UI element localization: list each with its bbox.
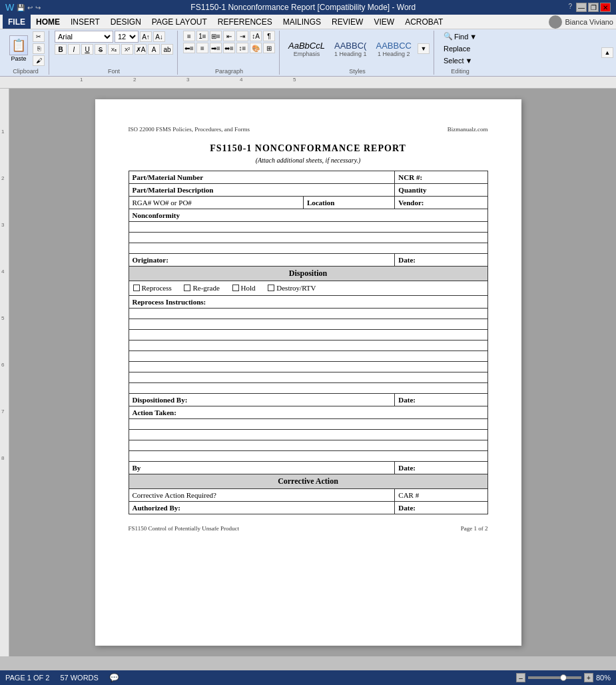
paragraph-label: Paragraph: [215, 68, 243, 75]
menu-references[interactable]: REFERENCES: [212, 15, 278, 29]
document-area[interactable]: 1 2 3 4 5 6 7 8 ISO 22000 FSMS Policies,…: [0, 89, 616, 656]
restore-button[interactable]: ❐: [588, 3, 599, 12]
rga-label: RGA# WO# or PO#: [129, 197, 303, 209]
destroy-checkbox[interactable]: [268, 285, 274, 291]
reprocess-label: Reprocess: [142, 284, 172, 292]
destroy-label: Destroy/RTV: [276, 284, 316, 292]
editing-label: Editing: [451, 68, 469, 75]
highlight-button[interactable]: ab: [161, 44, 173, 55]
minimize-button[interactable]: —: [576, 3, 587, 12]
file-menu[interactable]: FILE: [3, 15, 31, 29]
menu-home[interactable]: HOME: [31, 15, 65, 29]
align-center-button[interactable]: ≡: [196, 43, 208, 53]
bold-button[interactable]: B: [55, 44, 67, 55]
style-heading2[interactable]: AABBCC 1 Heading 2: [372, 39, 414, 59]
shading-button[interactable]: 🎨: [250, 43, 262, 53]
font-size-select[interactable]: 12: [115, 31, 139, 43]
style-heading1[interactable]: AABBC( 1 Heading 1: [331, 39, 370, 59]
user-avatar: [549, 15, 562, 29]
dispositioned-by-label: Dispositioned By:: [129, 394, 395, 406]
numbering-button[interactable]: 1≡: [196, 31, 208, 41]
line-spacing-button[interactable]: ↕≡: [236, 43, 248, 53]
underline-button[interactable]: U: [81, 44, 93, 55]
ribbon-collapse-button[interactable]: ▲: [601, 47, 613, 58]
styles-more-button[interactable]: ▼: [418, 43, 430, 54]
regrade-checkbox-item: Re-grade: [184, 284, 219, 292]
table-row: [129, 440, 487, 451]
user-name[interactable]: Bianca Viviano: [565, 18, 613, 26]
multilevel-button[interactable]: ⊞≡: [210, 31, 222, 41]
table-row: [129, 222, 487, 233]
menu-design[interactable]: DESIGN: [105, 15, 147, 29]
font-name-select[interactable]: Arial: [55, 31, 113, 43]
clipboard-group: 📋 Paste ✂ ⎘ 🖌 Clipboard: [3, 31, 49, 75]
menu-insert[interactable]: INSERT: [65, 15, 105, 29]
by-label: By: [129, 462, 395, 474]
copy-button[interactable]: ⎘: [33, 43, 45, 54]
menu-view[interactable]: VIEW: [368, 15, 400, 29]
sort-button[interactable]: ↕A: [250, 31, 262, 41]
reprocess-checkbox[interactable]: [133, 285, 140, 291]
hold-checkbox[interactable]: [232, 285, 239, 291]
quantity-label: Quantity: [395, 184, 487, 197]
clear-format-button[interactable]: ✗A: [135, 44, 147, 55]
title-bar: W 💾 ↩ ↪ FS1150-1 Nonconformance Report […: [0, 0, 616, 15]
header-right: Bizmanualz.com: [448, 126, 488, 133]
select-button[interactable]: Select ▼: [440, 55, 476, 66]
close-button[interactable]: ✕: [600, 3, 611, 12]
bullets-button[interactable]: ≡: [183, 31, 195, 41]
decrease-indent-button[interactable]: ⇤: [223, 31, 235, 41]
vendor-label: Vendor:: [395, 197, 487, 209]
decrease-font-button[interactable]: A↓: [153, 31, 165, 42]
strikethrough-button[interactable]: S̶: [95, 44, 107, 55]
show-marks-button[interactable]: ¶: [263, 31, 275, 41]
corrective-action-header: Corrective Action: [129, 474, 487, 489]
italic-button[interactable]: I: [68, 44, 80, 55]
text-color-button[interactable]: A: [148, 44, 160, 55]
page-footer: FS1150 Control of Potentially Unsafe Pro…: [129, 525, 488, 532]
style-emphasis[interactable]: AaBbCcL Emphasis: [285, 39, 328, 59]
table-row: [129, 430, 487, 440]
zoom-control[interactable]: – + 80%: [516, 673, 611, 682]
menu-review[interactable]: REVIEW: [326, 15, 368, 29]
status-right: – + 80%: [516, 673, 611, 682]
quick-access-undo[interactable]: ↩: [27, 4, 33, 11]
menu-acrobat[interactable]: ACROBAT: [400, 15, 448, 29]
horizontal-ruler: 1 2 3 4 5: [0, 77, 616, 89]
regrade-label: Re-grade: [192, 284, 219, 292]
footer-left: FS1150 Control of Potentially Unsafe Pro…: [129, 525, 239, 532]
regrade-checkbox[interactable]: [184, 285, 190, 291]
reprocess-checkbox-item: Reprocess: [133, 284, 172, 292]
paste-button[interactable]: 📋 Paste: [7, 34, 31, 63]
find-button[interactable]: 🔍 Find ▼: [440, 31, 481, 42]
align-left-button[interactable]: ⬅≡: [183, 43, 195, 53]
align-right-button[interactable]: ➡≡: [210, 43, 222, 53]
table-row: Reprocess Instructions:: [129, 296, 487, 309]
comments-icon[interactable]: 💬: [109, 673, 119, 682]
quick-access-redo[interactable]: ↪: [35, 4, 41, 11]
cut-button[interactable]: ✂: [33, 31, 45, 42]
table-row: By Date:: [129, 462, 487, 474]
authorized-date-label: Date:: [395, 502, 487, 514]
menu-page-layout[interactable]: PAGE LAYOUT: [147, 15, 212, 29]
replace-button[interactable]: Replace: [440, 43, 474, 54]
menu-mailings[interactable]: MAILINGS: [278, 15, 326, 29]
format-painter-button[interactable]: 🖌: [33, 55, 45, 66]
increase-indent-button[interactable]: ⇥: [236, 31, 248, 41]
quick-access-save[interactable]: 💾: [17, 4, 25, 11]
zoom-in-button[interactable]: +: [584, 673, 593, 682]
table-row: [129, 319, 487, 330]
subscript-button[interactable]: X₂: [108, 44, 120, 55]
table-row: Part/Material Number NCR #:: [129, 171, 487, 184]
justify-button[interactable]: ⬌≡: [223, 43, 235, 53]
help-btn[interactable]: ?: [565, 3, 575, 12]
hold-checkbox-item: Hold: [232, 284, 256, 292]
table-row: [129, 383, 487, 394]
superscript-button[interactable]: X²: [121, 44, 133, 55]
increase-font-button[interactable]: A↑: [140, 31, 152, 42]
borders-button[interactable]: ⊞: [263, 43, 275, 53]
table-row: Action Taken:: [129, 406, 487, 419]
zoom-out-button[interactable]: –: [516, 673, 525, 682]
zoom-slider[interactable]: [528, 676, 581, 679]
table-row: [129, 233, 487, 243]
